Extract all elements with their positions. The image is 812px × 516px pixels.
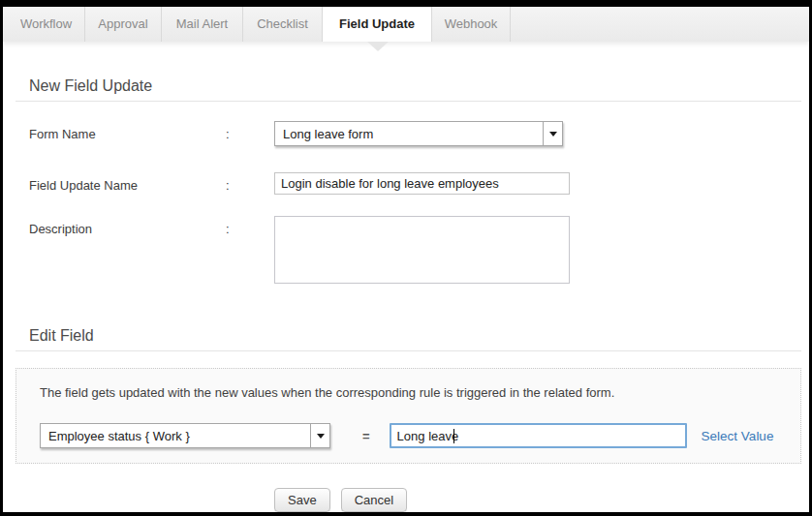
text-cursor: [453, 429, 454, 443]
section-title-edit-field: Edit Field: [3, 327, 809, 350]
chevron-down-icon: [317, 434, 325, 439]
active-tab-pointer-icon: [367, 42, 389, 51]
tab-workflow[interactable]: Workflow: [8, 7, 85, 42]
form-name-select[interactable]: Long leave form: [274, 121, 563, 146]
section-divider: [16, 101, 801, 102]
select-arrow-button[interactable]: [543, 122, 562, 145]
description-label: Description: [29, 216, 226, 236]
form-row-description: Description :: [3, 216, 809, 288]
field-update-name-label: Field Update Name: [29, 172, 226, 193]
save-button[interactable]: Save: [274, 488, 330, 512]
cancel-button[interactable]: Cancel: [341, 488, 407, 512]
field-update-name-input[interactable]: [274, 172, 570, 195]
select-arrow-button[interactable]: [310, 424, 329, 447]
edit-field-box: The field gets updated with the new valu…: [16, 368, 801, 464]
tab-checklist[interactable]: Checklist: [243, 7, 323, 42]
form-row-form-name: Form Name : Long leave form: [3, 121, 809, 146]
section-title-new-field-update: New Field Update: [3, 77, 809, 101]
description-textarea[interactable]: [274, 216, 570, 284]
target-field-select-value: Employee status { Work }: [41, 429, 310, 443]
edit-field-info-text: The field gets updated with the new valu…: [40, 385, 791, 400]
form-name-label: Form Name: [29, 121, 226, 141]
colon-separator: :: [226, 172, 234, 193]
section-divider: [16, 350, 801, 351]
equals-operator: =: [362, 429, 370, 443]
colon-separator: :: [226, 216, 234, 236]
form-name-select-value: Long leave form: [275, 127, 543, 141]
colon-separator: :: [226, 121, 234, 141]
tab-field-update[interactable]: Field Update: [323, 7, 432, 42]
target-field-select[interactable]: Employee status { Work }: [40, 423, 330, 448]
tab-mail-alert[interactable]: Mail Alert: [162, 7, 243, 42]
tab-bar: Workflow Approval Mail Alert Checklist F…: [3, 7, 809, 42]
action-buttons: Save Cancel: [274, 488, 809, 512]
field-update-rule-row: Employee status { Work } = Select Value: [40, 423, 791, 448]
tab-webhook[interactable]: Webhook: [432, 7, 511, 42]
app-window: Workflow Approval Mail Alert Checklist F…: [0, 0, 812, 516]
chevron-down-icon: [549, 132, 557, 137]
select-value-link[interactable]: Select Value: [702, 429, 774, 443]
tab-approval[interactable]: Approval: [85, 7, 162, 42]
field-value-input[interactable]: [390, 423, 687, 448]
form-row-field-update-name: Field Update Name :: [3, 172, 809, 195]
